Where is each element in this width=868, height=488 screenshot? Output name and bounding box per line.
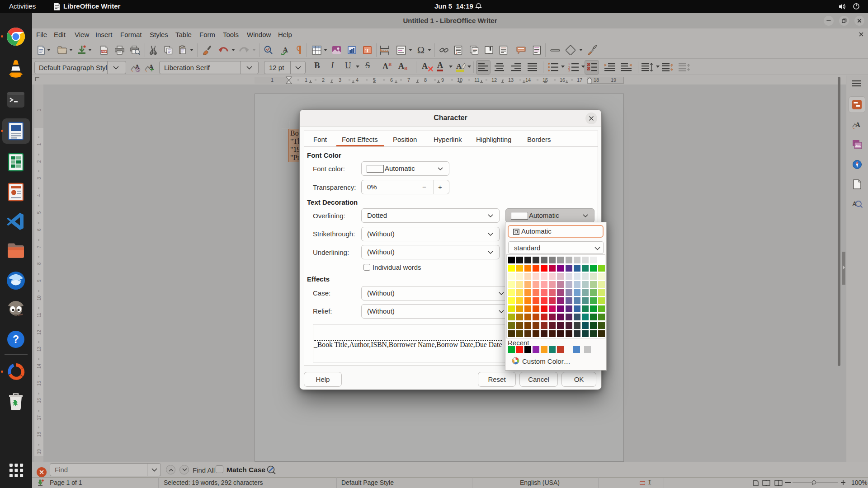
svg-text:1: 1 <box>568 63 570 66</box>
svg-text:3: 3 <box>568 69 570 71</box>
svg-text:A: A <box>852 200 857 207</box>
svg-text:Ω: Ω <box>417 45 425 56</box>
svg-text:A: A <box>456 62 462 70</box>
svg-text:A: A <box>135 63 140 70</box>
svg-text:T: T <box>365 47 369 54</box>
svg-text:A: A <box>855 121 860 128</box>
svg-text:1: 1 <box>456 51 458 54</box>
svg-text:PDF: PDF <box>102 50 107 53</box>
svg-text:?: ? <box>13 333 19 345</box>
